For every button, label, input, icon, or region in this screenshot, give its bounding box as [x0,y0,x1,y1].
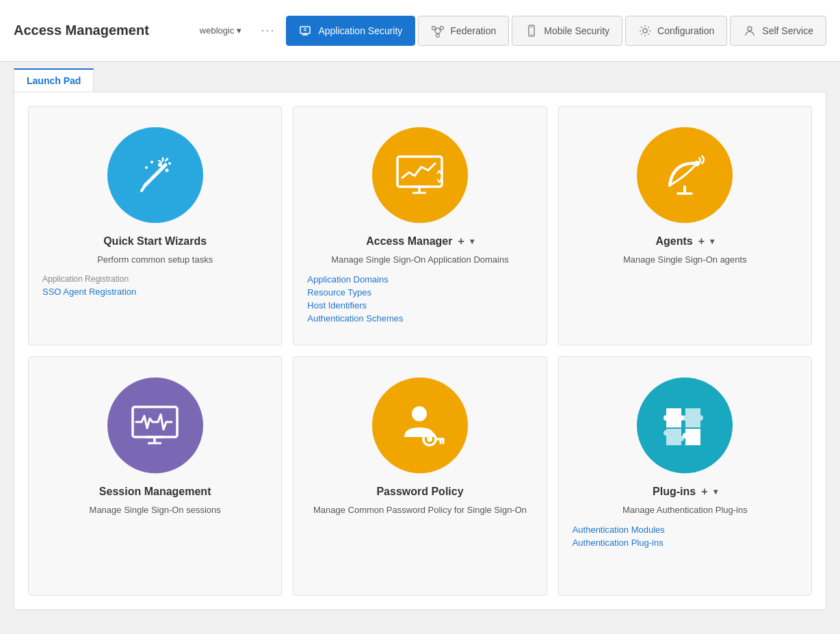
svg-point-40 [427,436,432,442]
svg-line-17 [145,165,166,185]
password-policy-icon-circle [372,378,468,473]
page-content: Launch Pad [0,62,840,634]
svg-point-22 [145,166,148,169]
plugins-title: Plug-ins + ▾ [653,486,717,498]
session-mgmt-icon-circle [107,378,203,473]
svg-point-20 [165,169,168,172]
svg-point-23 [168,162,171,165]
plugins-add-btn[interactable]: + [701,486,707,498]
plugins-dropdown[interactable]: ▾ [713,487,718,497]
card-quick-start: Quick Start Wizards Perform common setup… [28,106,282,345]
tab-configuration[interactable]: Configuration [625,16,727,46]
tab-mobile-security-label: Mobile Security [544,25,609,36]
svg-line-18 [142,185,145,191]
access-manager-dropdown[interactable]: ▾ [470,237,474,246]
tab-configuration-label: Configuration [657,25,714,36]
plugins-desc: Manage Authentication Plug-ins [622,505,748,515]
top-bar: Access Management weblogic ▾ ··· A [0,0,840,62]
mobile-icon [525,24,538,38]
username-label: weblogic [200,25,235,36]
launchpad-tab[interactable]: Launch Pad [14,68,94,92]
svg-point-13 [531,34,532,35]
link-auth-schemes[interactable]: Authentication Schemes [307,313,403,323]
config-icon [638,24,652,38]
tab-app-security-label: Application Security [318,25,402,36]
password-policy-title: Password Policy [376,486,463,498]
tab-federation[interactable]: Federation [418,16,509,46]
session-mgmt-title: Session Management [99,486,211,498]
password-policy-desc: Manage Common Password Policy for Single… [313,505,527,515]
tab-self-service[interactable]: Self Service [730,16,826,46]
agents-title: Agents + ▾ [656,235,715,248]
access-manager-icon-circle [372,127,468,223]
link-application-domains[interactable]: Application Domains [307,274,403,285]
access-manager-desc: Manage Single Sign-On Application Domain… [331,254,508,265]
app-security-icon [299,24,313,38]
svg-point-16 [748,27,752,31]
nav-tabs: Application Security Federation [286,16,826,46]
quick-start-section-label: Application Registration [42,274,129,284]
svg-point-5 [435,28,441,34]
svg-rect-27 [397,157,442,187]
session-mgmt-desc: Manage Single Sign-On sessions [90,505,221,515]
link-host-identifiers[interactable]: Host Identifiers [307,300,403,311]
agents-add-btn[interactable]: + [698,235,705,248]
dots-menu-button[interactable]: ··· [261,23,275,38]
quick-start-icon-circle [107,127,203,223]
svg-line-26 [166,159,168,161]
card-plugins: Plug-ins + ▾ Manage Authentication Plug-… [558,356,812,596]
federation-icon [431,24,445,38]
svg-point-6 [432,26,436,29]
agents-dropdown[interactable]: ▾ [710,237,714,246]
svg-point-8 [436,34,440,37]
plugins-icon-circle [637,378,733,473]
card-access-manager: Access Manager + ▾ Manage Single Sign-On… [293,106,547,345]
user-info: weblogic ▾ [200,25,242,36]
svg-point-21 [150,161,153,163]
quick-start-title: Quick Start Wizards [103,235,207,248]
tab-self-service-label: Self Service [762,25,813,36]
link-resource-types[interactable]: Resource Types [307,287,403,298]
svg-point-7 [441,26,444,29]
card-password-policy: Password Policy Manage Common Password P… [293,356,547,596]
svg-point-38 [412,406,427,421]
tab-application-security[interactable]: Application Security [286,16,415,46]
link-sso-agent-registration[interactable]: SSO Agent Registration [42,287,136,297]
access-manager-add-btn[interactable]: + [458,235,464,248]
app-title: Access Management [14,23,149,38]
agents-desc: Manage Single Sign-On agents [623,254,747,265]
quick-start-links: SSO Agent Registration [42,287,136,297]
user-dropdown-arrow[interactable]: ▾ [237,25,241,36]
access-manager-title: Access Manager + ▾ [366,235,474,248]
agents-icon-circle [637,127,733,223]
self-service-icon [743,24,757,38]
plugins-links: Authentication Modules Authentication Pl… [573,525,665,548]
quick-start-desc: Perform common setup tasks [97,254,213,265]
tab-mobile-security[interactable]: Mobile Security [512,16,622,46]
link-auth-plugins[interactable]: Authentication Plug-ins [573,538,665,548]
svg-line-25 [159,161,161,162]
svg-point-19 [158,163,162,167]
access-manager-links: Application Domains Resource Types Host … [307,274,403,323]
card-session-management: Session Management Manage Single Sign-On… [28,356,282,596]
tab-federation-label: Federation [450,25,496,36]
card-grid: Quick Start Wizards Perform common setup… [14,92,826,610]
link-auth-modules[interactable]: Authentication Modules [573,525,665,535]
card-agents: Agents + ▾ Manage Single Sign-On agents [558,106,812,345]
svg-point-15 [643,29,647,33]
